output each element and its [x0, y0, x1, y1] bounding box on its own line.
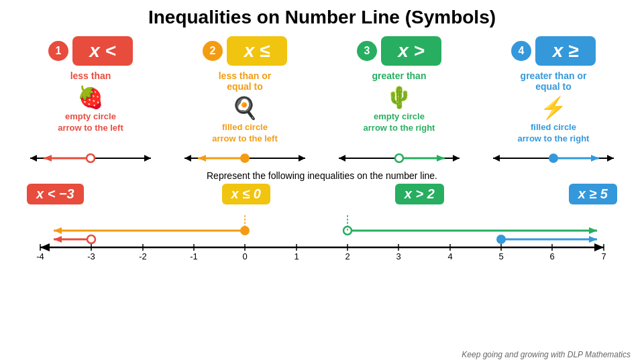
svg-text:0: 0	[242, 251, 247, 261]
svg-marker-19	[493, 155, 500, 162]
svg-marker-8	[299, 155, 305, 162]
practice-boxes: x < −3 x ≤ 0 x > 2 x ≥ 5	[20, 184, 624, 204]
nl-1-svg	[23, 152, 158, 165]
top-section: 1 x < less than 🍓 empty circlearrow to t…	[0, 36, 644, 145]
practice-box-3: x > 2	[395, 184, 444, 204]
svg-marker-29	[54, 236, 62, 243]
nl-1	[17, 149, 164, 168]
svg-marker-13	[339, 155, 345, 162]
col-3-header: 3 x >	[357, 36, 441, 66]
practice-box-2: x ≤ 0	[222, 184, 270, 204]
svg-point-37	[497, 235, 505, 243]
svg-point-5	[87, 154, 95, 162]
svg-text:-3: -3	[87, 251, 95, 261]
page-title: Inequalities on Number Line (Symbols)	[0, 0, 644, 34]
svg-text:1: 1	[294, 251, 299, 261]
svg-marker-36	[589, 236, 597, 243]
col-3-symbol: x >	[381, 36, 441, 66]
practice-box-1: x < −3	[27, 184, 84, 204]
egg-icon: 🍳	[231, 95, 258, 121]
strawberry-icon: 🍓	[77, 84, 104, 110]
nl-2-svg	[178, 152, 312, 165]
col-4-label: greater than orequal to	[521, 70, 587, 92]
svg-marker-39	[40, 243, 50, 251]
svg-text:3: 3	[396, 251, 400, 261]
svg-point-30	[87, 235, 95, 243]
svg-text:7: 7	[601, 251, 606, 261]
svg-marker-1	[30, 155, 37, 162]
bottom-number-line-svg: -4 -3 -2 -1 0 1 2 3 4 5 6 7	[20, 207, 624, 264]
svg-point-11	[241, 154, 249, 162]
nl-4-svg	[486, 152, 621, 165]
lightning-icon: ⚡	[540, 95, 567, 121]
col-2-symbol: x ≤	[227, 36, 287, 66]
nl-3	[325, 149, 473, 168]
watermark: Keep going and growing with DLP Mathemat…	[462, 350, 631, 359]
svg-text:-4: -4	[36, 251, 44, 261]
nl-4	[480, 149, 627, 168]
svg-marker-16	[437, 155, 445, 162]
col-3-desc: empty circlearrow to the right	[364, 111, 435, 134]
svg-text:5: 5	[498, 251, 503, 261]
col-2-label: less than orequal to	[219, 70, 272, 92]
svg-marker-40	[594, 243, 604, 251]
col-3: 3 x > greater than 🌵 empty circlearrow t…	[325, 36, 473, 134]
svg-marker-20	[607, 155, 614, 162]
col-2-desc: filled circlearrow to the left	[212, 122, 278, 145]
number-lines-top	[0, 146, 644, 168]
practice-box-4: x ≥ 5	[569, 184, 617, 204]
col-3-label: greater than	[372, 70, 427, 81]
bottom-section: x < −3 x ≤ 0 x > 2 x ≥ 5	[0, 184, 644, 264]
col-3-num: 3	[357, 41, 377, 61]
svg-text:2: 2	[345, 251, 350, 261]
nl-3-svg	[332, 152, 466, 165]
instruction: Represent the following inequalities on …	[0, 170, 644, 181]
cactus-icon: 🌵	[386, 84, 413, 110]
col-1-symbol: x <	[72, 36, 133, 66]
col-1: 1 x < less than 🍓 empty circlearrow to t…	[17, 36, 164, 134]
svg-marker-14	[453, 155, 460, 162]
svg-marker-25	[54, 227, 62, 234]
svg-marker-2	[144, 155, 151, 162]
svg-marker-4	[44, 155, 52, 162]
svg-marker-10	[198, 155, 206, 162]
svg-marker-7	[184, 155, 191, 162]
col-4-symbol: x ≥	[535, 36, 596, 66]
col-1-num: 1	[48, 41, 68, 61]
svg-text:4: 4	[447, 251, 452, 261]
svg-text:-1: -1	[190, 251, 198, 261]
svg-text:-2: -2	[139, 251, 147, 261]
svg-marker-22	[591, 155, 599, 162]
col-2-num: 2	[203, 41, 223, 61]
col-4-num: 4	[511, 41, 531, 61]
col-1-label: less than	[70, 70, 111, 81]
col-1-desc: empty circlearrow to the left	[58, 111, 123, 134]
col-4-desc: filled circlearrow to the right	[518, 122, 590, 145]
col-2: 2 x ≤ less than orequal to 🍳 filled circ…	[171, 36, 319, 145]
svg-point-17	[395, 154, 403, 162]
svg-text:6: 6	[549, 251, 554, 261]
svg-point-23	[549, 154, 557, 162]
col-1-header: 1 x <	[48, 36, 133, 66]
col-2-header: 2 x ≤	[203, 36, 287, 66]
col-4-header: 4 x ≥	[511, 36, 596, 66]
nl-2	[171, 149, 319, 168]
col-4: 4 x ≥ greater than orequal to ⚡ filled c…	[480, 36, 627, 145]
svg-marker-32	[589, 227, 597, 234]
